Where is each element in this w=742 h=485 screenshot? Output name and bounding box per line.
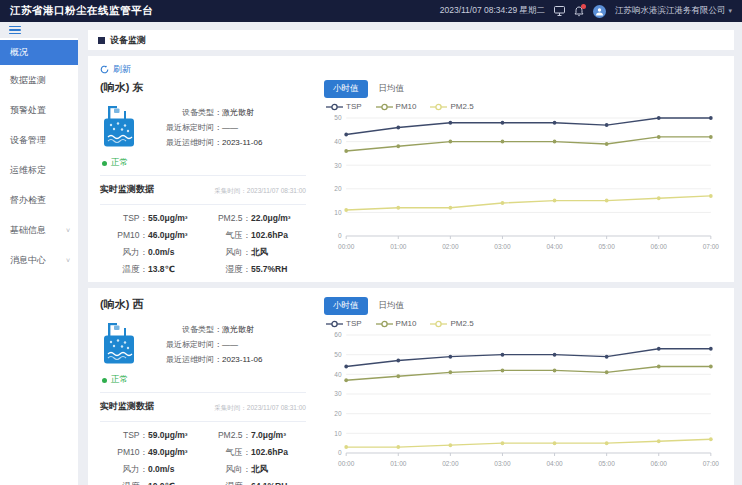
metric-label: 风力：: [100, 247, 148, 259]
sidebar-item-label: 概况: [10, 46, 28, 59]
line-chart: 0102030405000:0001:0002:0003:0004:0005:0…: [322, 112, 722, 254]
metric-value: 7.0μg/m³: [251, 430, 286, 442]
metric-value: 0.0m/s: [148, 464, 174, 476]
tab-daily[interactable]: 日均值: [374, 297, 410, 315]
svg-text:04:00: 04:00: [546, 243, 563, 250]
svg-text:02:00: 02:00: [442, 243, 459, 250]
status-dot-icon: [102, 161, 107, 166]
refresh-icon: [100, 65, 109, 74]
svg-text:0: 0: [338, 449, 342, 456]
sidebar-item-overview[interactable]: 概况: [0, 40, 78, 65]
sidebar-item-data-monitoring[interactable]: 数据监测: [0, 65, 78, 95]
metric-label: 风力：: [100, 464, 148, 476]
dust-monitor-device-icon: [100, 104, 138, 150]
legend-marker-icon: [430, 103, 447, 111]
sidebar-item-label: 运维标定: [10, 164, 46, 177]
svg-text:01:00: 01:00: [390, 243, 407, 250]
status-dot-icon: [102, 378, 107, 383]
realtime-data-title: 实时监测数据: [100, 400, 154, 413]
info-label: 最近标定时间：: [148, 337, 222, 352]
svg-text:50: 50: [334, 114, 341, 121]
legend-item-pm10[interactable]: PM10: [376, 319, 417, 328]
sidebar-item-maintenance-calibration[interactable]: 运维标定: [0, 155, 78, 185]
info-label: 设备类型：: [148, 105, 222, 120]
svg-text:00:00: 00:00: [338, 243, 355, 250]
tab-daily[interactable]: 日均值: [374, 80, 410, 98]
svg-text:20: 20: [334, 185, 341, 192]
app-header: 江苏省港口粉尘在线监管平台 2023/11/07 08:34:29 星期二 江苏…: [0, 0, 742, 22]
svg-text:06:00: 06:00: [651, 460, 668, 467]
screen-icon[interactable]: [554, 6, 565, 16]
legend-item-pm25[interactable]: PM2.5: [430, 102, 473, 111]
sidebar-item-label: 督办检查: [10, 194, 46, 207]
metric-value: 0.0m/s: [148, 247, 174, 259]
sidebar-item-label: 设备管理: [10, 134, 46, 147]
tab-square-icon: [98, 37, 105, 44]
info-label: 最近运维时间：: [148, 352, 222, 367]
sidebar-item-warning-disposal[interactable]: 预警处置: [0, 95, 78, 125]
metric-label: 风向：: [203, 247, 251, 259]
info-value: ——: [222, 120, 238, 135]
svg-text:05:00: 05:00: [599, 243, 616, 250]
legend-item-pm10[interactable]: PM10: [376, 102, 417, 111]
sidebar-item-message-center[interactable]: 消息中心˅: [0, 245, 78, 275]
tab-label: 设备监测: [110, 34, 146, 47]
notification-bell-icon[interactable]: [574, 6, 584, 17]
svg-text:20: 20: [334, 410, 341, 417]
metric-value: 55.7%RH: [251, 264, 287, 276]
tab-hourly[interactable]: 小时值: [324, 297, 368, 315]
sidebar-item-device-management[interactable]: 设备管理: [0, 125, 78, 155]
metric-label: PM10：: [100, 230, 148, 242]
svg-text:06:00: 06:00: [651, 243, 668, 250]
legend-item-pm25[interactable]: PM2.5: [430, 319, 473, 328]
chart-legend: TSPPM10PM2.5: [326, 102, 722, 111]
legend-item-tsp[interactable]: TSP: [326, 319, 362, 328]
metric-value: 10.0℃: [148, 481, 175, 485]
metric-label: PM2.5：: [203, 213, 251, 225]
tab-hourly[interactable]: 小时值: [324, 80, 368, 98]
tab-device-monitoring[interactable]: 设备监测: [88, 30, 734, 50]
legend-label: PM2.5: [450, 319, 473, 328]
info-value: 2023-11-06: [222, 135, 262, 150]
svg-text:07:00: 07:00: [703, 243, 720, 250]
legend-item-tsp[interactable]: TSP: [326, 102, 362, 111]
chart-legend: TSPPM10PM2.5: [326, 319, 722, 328]
device-title: (响水) 东: [100, 80, 306, 95]
company-dropdown[interactable]: 江苏响水港滨江港务有限公司 ▾: [615, 5, 732, 17]
chevron-down-icon: ˅: [66, 227, 70, 234]
metric-label: 湿度：: [203, 481, 251, 485]
device-panel: (响水) 西: [88, 288, 734, 485]
sidebar-item-label: 消息中心: [10, 254, 46, 267]
svg-text:60: 60: [334, 331, 341, 338]
metric-label: 气压：: [203, 230, 251, 242]
svg-text:40: 40: [334, 138, 341, 145]
svg-text:30: 30: [334, 390, 341, 397]
metric-value: 49.0μg/m³: [148, 447, 188, 459]
chevron-down-icon: ˅: [66, 257, 70, 264]
svg-text:40: 40: [334, 371, 341, 378]
sidebar-item-label: 预警处置: [10, 104, 46, 117]
svg-text:30: 30: [334, 161, 341, 168]
metric-value: 46.0μg/m³: [148, 230, 188, 242]
chevron-down-icon: ▾: [728, 7, 732, 15]
legend-label: PM10: [396, 102, 417, 111]
user-avatar[interactable]: [593, 5, 606, 18]
metric-label: 风向：: [203, 464, 251, 476]
svg-text:07:00: 07:00: [703, 460, 720, 467]
sidebar-item-supervision-check[interactable]: 督办检查: [0, 185, 78, 215]
refresh-label: 刷新: [113, 63, 131, 76]
realtime-data-title: 实时监测数据: [100, 183, 154, 196]
sidebar-item-basic-info[interactable]: 基础信息˅: [0, 215, 78, 245]
legend-marker-icon: [430, 320, 447, 328]
collect-time: 采集时间：2023/11/07 08:31:00: [214, 187, 306, 196]
metric-value: 北风: [251, 247, 268, 259]
menu-toggle-icon[interactable]: [0, 22, 78, 38]
metric-label: 温度：: [100, 481, 148, 485]
status-badge: 正常: [102, 374, 306, 386]
sidebar: 概况 数据监测 预警处置 设备管理 运维标定 督办检查 基础信息˅ 消息中心˅: [0, 22, 78, 485]
legend-label: PM2.5: [450, 102, 473, 111]
metric-value: 22.0μg/m³: [251, 213, 291, 225]
metric-label: 温度：: [100, 264, 148, 276]
refresh-button[interactable]: 刷新: [100, 63, 131, 76]
main-content: 设备监测 刷新 (响水) 东: [78, 22, 742, 485]
